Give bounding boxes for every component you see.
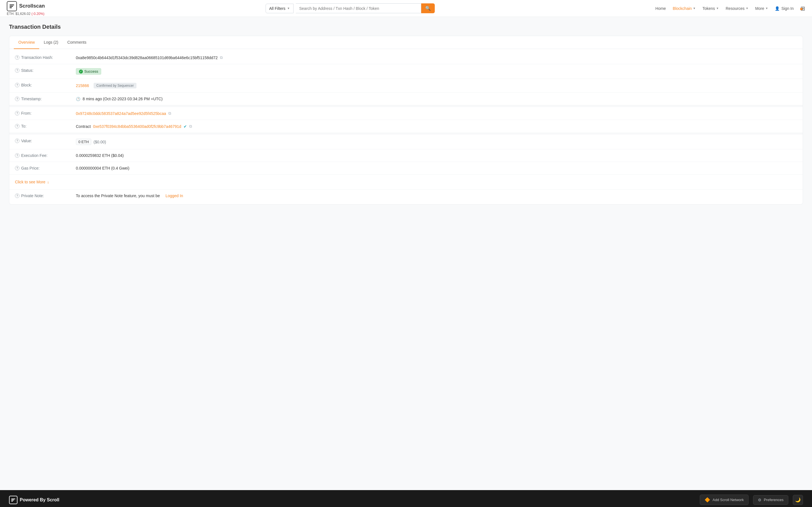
dropdown-arrow-icon: ▼ (287, 7, 290, 10)
block-number-link[interactable]: 215866 (76, 83, 89, 88)
value-from: 0x97248c0ddc583537a824a7ad5ee92d5f4525bc… (76, 111, 171, 116)
nav-blockchain[interactable]: Blockchain ▼ (673, 6, 696, 11)
row-status: ? Status: Success (9, 64, 803, 79)
value-execution-fee: 0.0000259832 ETH ($0.04) (76, 153, 124, 158)
grid-icon[interactable]: ⊞ (801, 5, 805, 12)
search-input[interactable] (296, 3, 421, 13)
svg-rect-4 (11, 500, 14, 501)
value-gas-price: 0.0000000004 ETH (0.4 Gwei) (76, 166, 130, 170)
value-status: Success (76, 68, 101, 75)
copy-to-icon[interactable]: ⧉ (189, 124, 192, 129)
svg-rect-1 (10, 6, 13, 7)
footer-left: Powered By Scroll (9, 496, 59, 504)
filter-dropdown[interactable]: All Filters ▼ (266, 4, 294, 13)
to-prefix: Contract (76, 124, 91, 129)
row-private-note: ? Private Note: To access the Private No… (9, 189, 803, 202)
notification-dot (800, 8, 802, 10)
label-value: ? Value: (15, 138, 71, 143)
header: Scrollscan ETH: $1,626.02 (-0.20%) All F… (0, 0, 812, 17)
help-icon-to[interactable]: ? (15, 124, 19, 128)
help-icon-private-note[interactable]: ? (15, 193, 19, 198)
verified-icon: ✔ (184, 124, 187, 129)
scroll-network-icon: 🔶 (705, 497, 710, 503)
blockchain-dropdown-icon: ▼ (693, 7, 696, 10)
nav-more[interactable]: More ▼ (755, 6, 768, 11)
copy-txhash-icon[interactable]: ⧉ (220, 55, 223, 60)
nav-home[interactable]: Home (656, 6, 666, 11)
help-icon-status[interactable]: ? (15, 68, 19, 73)
value-private-note: To access the Private Note feature, you … (76, 193, 183, 198)
logo[interactable]: Scrollscan (7, 1, 45, 11)
row-from: ? From: 0x97248c0ddc583537a824a7ad5ee92d… (9, 107, 803, 120)
tab-overview[interactable]: Overview (14, 36, 39, 49)
detail-section: ? Transaction Hash: 0xa8e9850c4b6443d1f5… (9, 49, 803, 204)
resources-dropdown-icon: ▼ (746, 7, 749, 10)
help-icon-value[interactable]: ? (15, 138, 19, 143)
see-more-button[interactable]: Click to see More ↓ (9, 176, 55, 188)
logged-in-link[interactable]: Logged In (165, 193, 183, 198)
status-badge: Success (76, 68, 101, 75)
gear-icon: ⚙ (758, 498, 762, 502)
value-to: Contract 0xe537f0394c84bba5536400ad0f2fc… (76, 124, 192, 129)
dark-mode-toggle[interactable]: 🌙 (793, 495, 803, 505)
svg-rect-2 (10, 7, 12, 8)
copy-from-icon[interactable]: ⧉ (168, 111, 171, 116)
row-value: ? Value: 0 ETH ($0.00) (9, 135, 803, 149)
footer-logo-icon (9, 496, 17, 504)
row-timestamp: ? Timestamp: 🕐 8 mins ago (Oct-22-2023 0… (9, 93, 803, 105)
row-gas-price: ? Gas Price: 0.0000000004 ETH (0.4 Gwei) (9, 162, 803, 175)
svg-rect-3 (11, 499, 15, 499)
label-transaction-hash: ? Transaction Hash: (15, 55, 71, 60)
value-transaction-hash: 0xa8e9850c4b6443d1f5343dc39d828aa0668510… (76, 55, 223, 60)
label-block: ? Block: (15, 83, 71, 87)
sign-in-button[interactable]: 👤 Sign In (775, 6, 794, 11)
tokens-dropdown-icon: ▼ (716, 7, 719, 10)
value-timestamp: 🕐 8 mins ago (Oct-22-2023 03:34:26 PM +U… (76, 97, 163, 101)
user-icon: 👤 (775, 6, 779, 11)
moon-icon: 🌙 (795, 497, 801, 503)
footer-right: 🔶 Add Scroll Network ⚙ Preferences 🌙 (700, 495, 803, 505)
transaction-card: Overview Logs (2) Comments ? Transaction… (9, 36, 803, 205)
tab-comments[interactable]: Comments (63, 36, 91, 49)
label-from: ? From: (15, 111, 71, 115)
help-icon-execution-fee[interactable]: ? (15, 153, 19, 158)
row-execution-fee: ? Execution Fee: 0.0000259832 ETH ($0.04… (9, 149, 803, 162)
footer: Powered By Scroll 🔶 Add Scroll Network ⚙… (0, 490, 812, 507)
main-nav: Home Blockchain ▼ Tokens ▼ Resources ▼ M… (656, 5, 805, 12)
clock-icon: 🕐 (76, 97, 80, 101)
label-to: ? To: (15, 124, 71, 128)
page-title: Transaction Details (9, 24, 803, 30)
svg-rect-0 (10, 4, 14, 5)
footer-logo: Powered By Scroll (9, 496, 59, 504)
search-input-wrap: 🔍 (296, 3, 435, 13)
help-icon-from[interactable]: ? (15, 111, 19, 115)
nav-resources[interactable]: Resources ▼ (726, 6, 749, 11)
value-block: 215866 Confirmed by Sequencer (76, 83, 137, 89)
logo-area: Scrollscan ETH: $1,626.02 (-0.20%) (7, 1, 45, 16)
svg-rect-5 (11, 501, 13, 502)
logo-text: Scrollscan (19, 3, 45, 9)
main-content: Transaction Details Overview Logs (2) Co… (0, 17, 812, 490)
help-icon-timestamp[interactable]: ? (15, 97, 19, 101)
row-transaction-hash: ? Transaction Hash: 0xa8e9850c4b6443d1f5… (9, 51, 803, 64)
from-address-link[interactable]: 0x97248c0ddc583537a824a7ad5ee92d5f4525bc… (76, 111, 166, 116)
add-scroll-network-button[interactable]: 🔶 Add Scroll Network (700, 495, 749, 505)
label-private-note: ? Private Note: (15, 193, 71, 198)
usd-value: ($0.00) (94, 140, 106, 144)
label-status: ? Status: (15, 68, 71, 73)
tabs: Overview Logs (2) Comments (9, 36, 803, 49)
nav-tokens[interactable]: Tokens ▼ (702, 6, 719, 11)
tab-logs[interactable]: Logs (2) (39, 36, 63, 49)
to-address-link[interactable]: 0xe537f0394c84bba5536400ad0f2fc9bb7a4679… (93, 124, 181, 129)
help-icon-txhash[interactable]: ? (15, 55, 19, 60)
see-more-row: Click to see More ↓ (9, 175, 803, 189)
confirmed-badge: Confirmed by Sequencer (94, 83, 137, 89)
preferences-button[interactable]: ⚙ Preferences (753, 495, 788, 505)
help-icon-gas-price[interactable]: ? (15, 166, 19, 170)
logo-icon (7, 1, 17, 11)
search-button[interactable]: 🔍 (421, 3, 435, 13)
help-icon-block[interactable]: ? (15, 83, 19, 87)
label-gas-price: ? Gas Price: (15, 166, 71, 170)
eth-value-box: 0 ETH (76, 138, 91, 145)
row-to: ? To: Contract 0xe537f0394c84bba5536400a… (9, 120, 803, 133)
